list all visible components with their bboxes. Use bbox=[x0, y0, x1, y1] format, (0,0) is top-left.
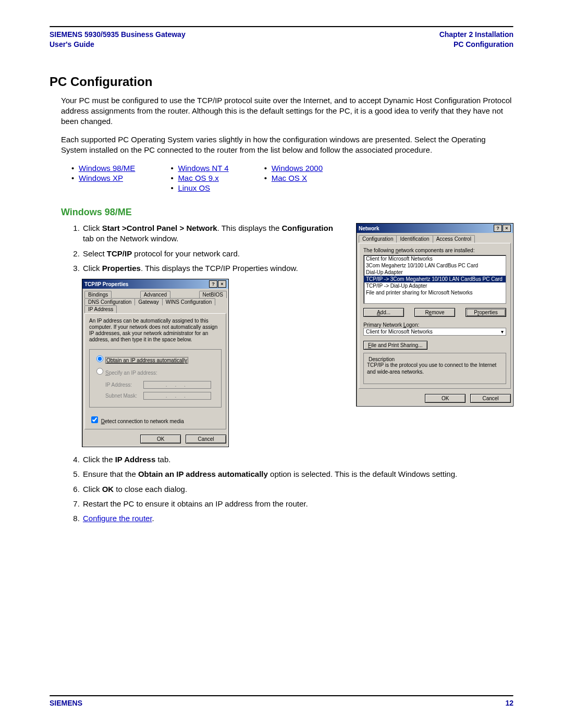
link-windows-xp[interactable]: Windows XP bbox=[79, 174, 123, 182]
input-ip-address[interactable]: . . . bbox=[143, 381, 211, 389]
file-print-sharing-button[interactable]: File and Print Sharing... bbox=[363, 341, 427, 350]
os-link-columns: •Windows 98/ME •Windows XP •Windows NT 4… bbox=[71, 163, 513, 193]
step-6: Click OK to close each dialog. bbox=[82, 484, 513, 495]
network-list-label: The following network components are ins… bbox=[363, 248, 506, 253]
header-left-line2: User's Guide bbox=[50, 40, 186, 50]
network-components-list[interactable]: Client for Microsoft Networks 3Com Megah… bbox=[363, 255, 506, 304]
tab-gateway[interactable]: Gateway bbox=[134, 298, 162, 305]
link-mac-osx[interactable]: Mac OS X bbox=[272, 174, 307, 182]
tab-netbios[interactable]: NetBIOS bbox=[199, 291, 227, 298]
step-7: Restart the PC to ensure it obtains an I… bbox=[82, 499, 513, 509]
description-text: TCP/IP is the protocol you use to connec… bbox=[367, 362, 503, 375]
tab-ip-address[interactable]: IP Address bbox=[84, 305, 117, 313]
page-number: 12 bbox=[505, 699, 513, 707]
radio-obtain-auto[interactable] bbox=[96, 355, 103, 362]
primary-logon-dropdown[interactable]: Client for Microsoft Networks ▾ bbox=[363, 328, 506, 336]
header-right-line2: PC Configuration bbox=[439, 40, 513, 50]
network-dialog-title: Network bbox=[359, 226, 379, 231]
step-8: Configure the router. bbox=[82, 513, 513, 524]
link-windows-98-me[interactable]: Windows 98/ME bbox=[79, 164, 135, 172]
footer-brand: SIEMENS bbox=[50, 699, 82, 707]
add-button[interactable]: Add... bbox=[363, 308, 404, 317]
radio-specify-ip-label: Specify an IP address: bbox=[105, 370, 157, 376]
list-item[interactable]: File and printer sharing for Microsoft N… bbox=[364, 289, 506, 296]
list-item-selected[interactable]: TCP/IP -> 3Com Megahertz 10/100 LAN Card… bbox=[364, 276, 506, 282]
radio-obtain-auto-label: Obtain an IP address automatically bbox=[105, 357, 188, 364]
list-item[interactable]: Dial-Up Adapter bbox=[364, 269, 506, 276]
tcpip-properties-dialog: TCP/IP Properties ?× Bindings Advanced N… bbox=[82, 279, 229, 447]
remove-button[interactable]: Remove bbox=[414, 308, 455, 317]
label-ip-address: IP Address: bbox=[105, 382, 142, 388]
close-icon[interactable]: × bbox=[503, 225, 511, 232]
ok-button[interactable]: OK bbox=[425, 394, 466, 403]
tcpip-explain: An IP address can be automatically assig… bbox=[89, 318, 222, 343]
page-header: SIEMENS 5930/5935 Business Gateway User'… bbox=[50, 30, 513, 70]
chevron-down-icon: ▾ bbox=[501, 329, 504, 335]
step-5: Ensure that the Obtain an IP address aut… bbox=[82, 469, 513, 479]
properties-button[interactable]: Properties bbox=[466, 308, 506, 317]
link-mac-os9[interactable]: Mac OS 9.x bbox=[178, 174, 218, 182]
header-left-line1: SIEMENS 5930/5935 Business Gateway bbox=[50, 30, 186, 40]
step-2: Select TCP/IP protocol for your network … bbox=[82, 249, 346, 259]
cancel-button[interactable]: Cancel bbox=[186, 435, 226, 443]
ok-button[interactable]: OK bbox=[140, 435, 181, 443]
tab-access-control[interactable]: Access Control bbox=[433, 235, 475, 243]
intro-para-2: Each supported PC Operating System varie… bbox=[61, 134, 513, 156]
link-configure-router[interactable]: Configure the router bbox=[83, 514, 152, 523]
step-1: Click Start >Control Panel > Network. Th… bbox=[82, 223, 346, 244]
steps-list-top: Click Start >Control Panel > Network. Th… bbox=[61, 223, 346, 274]
step-4: Click the IP Address tab. bbox=[82, 454, 513, 465]
header-right-line1: Chapter 2 Installation bbox=[439, 30, 513, 40]
tab-dns-config[interactable]: DNS Configuration bbox=[84, 298, 135, 305]
help-icon[interactable]: ? bbox=[494, 225, 502, 232]
section-title: PC Configuration bbox=[50, 75, 513, 89]
network-dialog: Network ?× Configuration Identification … bbox=[356, 223, 513, 406]
label-subnet-mask: Subnet Mask: bbox=[105, 393, 142, 399]
list-item[interactable]: TCP/IP -> Dial-Up Adapter bbox=[364, 282, 506, 289]
primary-logon-label: Primary Network Logon: bbox=[363, 322, 506, 328]
tab-bindings[interactable]: Bindings bbox=[84, 291, 112, 298]
list-item[interactable]: 3Com Megahertz 10/100 LAN CardBus PC Car… bbox=[364, 262, 506, 269]
input-subnet-mask[interactable]: . . . bbox=[143, 392, 211, 400]
list-item[interactable]: Client for Microsoft Networks bbox=[364, 255, 506, 262]
close-icon[interactable]: × bbox=[218, 280, 226, 288]
tab-identification[interactable]: Identification bbox=[396, 235, 433, 243]
tab-configuration[interactable]: Configuration bbox=[359, 235, 397, 243]
steps-list-bottom: Click the IP Address tab. Ensure that th… bbox=[61, 454, 513, 524]
tab-advanced[interactable]: Advanced bbox=[140, 291, 170, 298]
tcpip-dialog-title: TCP/IP Properties bbox=[84, 281, 128, 287]
checkbox-detect-media[interactable] bbox=[91, 416, 98, 423]
link-windows-2000[interactable]: Windows 2000 bbox=[272, 164, 323, 172]
tab-wins-config[interactable]: WINS Configuration bbox=[162, 298, 215, 305]
cancel-button[interactable]: Cancel bbox=[470, 394, 511, 403]
step-3: Click Properties. This displays the TCP/… bbox=[82, 263, 346, 274]
subhead-win98me: Windows 98/ME bbox=[61, 207, 513, 218]
intro-para-1: Your PC must be configured to use the TC… bbox=[61, 95, 513, 127]
link-linux-os[interactable]: Linux OS bbox=[178, 183, 210, 192]
checkbox-detect-media-label: Detect connection to network media bbox=[101, 418, 184, 424]
help-icon[interactable]: ? bbox=[209, 280, 217, 288]
description-legend: Description bbox=[367, 356, 396, 362]
link-windows-nt4[interactable]: Windows NT 4 bbox=[178, 164, 228, 172]
radio-specify-ip[interactable] bbox=[96, 368, 103, 375]
